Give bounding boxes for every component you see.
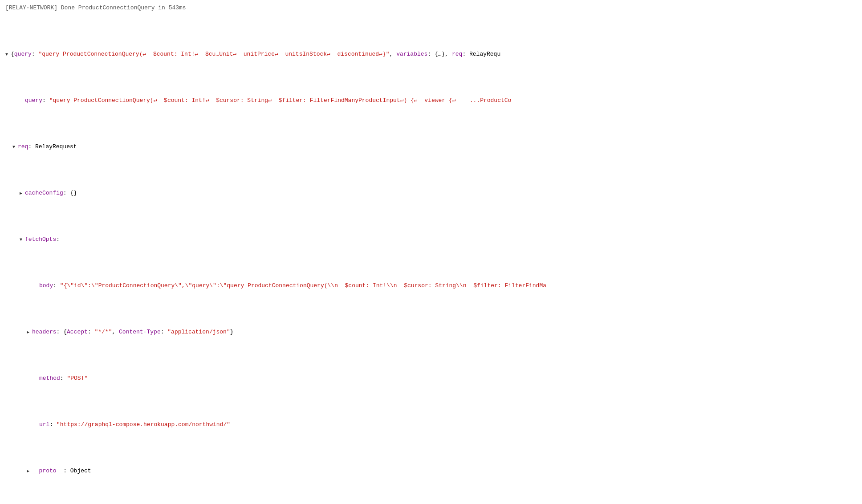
root-toggle[interactable] bbox=[5, 50, 11, 59]
query-line2-row: query: "query ProductConnectionQuery(↵ $… bbox=[5, 96, 857, 106]
req-toggle[interactable] bbox=[12, 142, 18, 152]
log-line: [RELAY-NETWORK] Done ProductConnectionQu… bbox=[5, 4, 857, 13]
proto-fetchopts-toggle[interactable] bbox=[27, 467, 32, 476]
tree-root: {query: "query ProductConnectionQuery(↵ … bbox=[5, 13, 857, 504]
cache-config-row[interactable]: cacheConfig: {} bbox=[5, 189, 857, 198]
proto-fetchopts-row[interactable]: __proto__: Object bbox=[5, 467, 857, 476]
log-text: [RELAY-NETWORK] Done ProductConnectionQu… bbox=[5, 4, 186, 11]
body-row: body: "{\"id\":\"ProductConnectionQuery\… bbox=[5, 281, 857, 291]
root-brace: { bbox=[11, 50, 14, 59]
url-fetchopts-row: url: "https://graphql-compose.herokuapp.… bbox=[5, 420, 857, 430]
fetchopts-row[interactable]: fetchOpts: bbox=[5, 235, 857, 244]
req-row[interactable]: req: RelayRequest bbox=[5, 142, 857, 152]
fetchopts-toggle[interactable] bbox=[20, 235, 25, 244]
headers-fetchopts-toggle[interactable] bbox=[27, 328, 32, 337]
console-panel: [RELAY-NETWORK] Done ProductConnectionQu… bbox=[5, 4, 857, 504]
headers-fetchopts-row[interactable]: headers: {Accept: "*/*", Content-Type: "… bbox=[5, 328, 857, 337]
cache-toggle[interactable] bbox=[20, 189, 25, 198]
method-row: method: "POST" bbox=[5, 374, 857, 383]
query-key: query bbox=[14, 50, 32, 59]
root-query-row[interactable]: {query: "query ProductConnectionQuery(↵ … bbox=[5, 50, 857, 59]
